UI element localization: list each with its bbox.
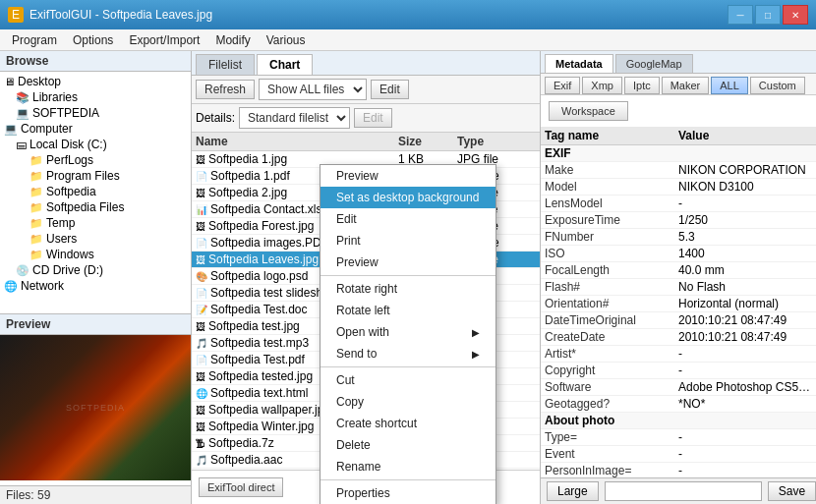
titlebar-left: E ExifToolGUI - Softpedia Leaves.jpg bbox=[8, 7, 212, 23]
ctx-set-desktop[interactable]: Set as desktop background bbox=[321, 187, 495, 208]
preview-img: SOFTPEDIA bbox=[0, 335, 191, 480]
subtab-iptc[interactable]: Iptc bbox=[624, 77, 660, 94]
subtab-all[interactable]: ALL bbox=[711, 77, 748, 94]
ctx-copy[interactable]: Copy bbox=[321, 391, 495, 413]
close-button[interactable]: ✕ bbox=[783, 5, 808, 25]
tree-item-computer[interactable]: 💻 Computer bbox=[2, 121, 189, 137]
tree-item-perflogs[interactable]: 📁 PerfLogs bbox=[2, 152, 189, 168]
arrow-icon: ▶ bbox=[472, 327, 480, 338]
pdf-icon: 📄 bbox=[196, 238, 207, 249]
menu-export-import[interactable]: Export/Import bbox=[121, 31, 207, 49]
right-bottom-bar: Large Save bbox=[541, 477, 816, 504]
tree-item-users[interactable]: 📁 Users bbox=[2, 231, 189, 247]
meta-col-key: Tag name bbox=[545, 129, 678, 142]
tree-item-network[interactable]: 🌐 Network bbox=[2, 278, 189, 294]
ctx-rotate-left[interactable]: Rotate left bbox=[321, 300, 495, 321]
refresh-button[interactable]: Refresh bbox=[196, 80, 255, 99]
menu-modify[interactable]: Modify bbox=[207, 31, 258, 49]
ctx-preview2[interactable]: Preview bbox=[321, 252, 495, 273]
edit-button-1[interactable]: Edit bbox=[371, 80, 409, 99]
subtab-maker[interactable]: Maker bbox=[662, 77, 710, 94]
meta-col-val: Value bbox=[678, 129, 812, 142]
filelist-header: Name Size Type bbox=[192, 133, 540, 151]
bottom-input[interactable] bbox=[605, 481, 762, 501]
zip-icon: 🗜 bbox=[196, 438, 205, 449]
psd-icon: 🎨 bbox=[196, 271, 207, 282]
tree-item-softpedia-files[interactable]: 📁 Softpedia Files bbox=[2, 199, 189, 215]
ctx-delete[interactable]: Delete bbox=[321, 434, 495, 456]
minimize-button[interactable]: ─ bbox=[728, 5, 753, 25]
meta-row-focallength: FocalLength 40.0 mm bbox=[541, 262, 816, 279]
tab-chart[interactable]: Chart bbox=[257, 54, 313, 75]
computer-icon: 💻 bbox=[4, 123, 18, 136]
workspace-button[interactable]: Workspace bbox=[549, 101, 628, 121]
tree-item-desktop[interactable]: 🖥 Desktop bbox=[2, 74, 189, 89]
meta-row-copyright: Copyright - bbox=[541, 363, 816, 379]
show-select[interactable]: Show ALL files bbox=[259, 79, 367, 100]
file-icon: 📄 bbox=[196, 288, 207, 299]
ctx-open-with[interactable]: Open with ▶ bbox=[321, 321, 495, 343]
ctx-properties[interactable]: Properties bbox=[321, 482, 495, 504]
edit-button-2[interactable]: Edit bbox=[354, 108, 392, 128]
tree-item-softpedia-folder[interactable]: 📁 Softpedia bbox=[2, 184, 189, 199]
html-icon: 🌐 bbox=[196, 388, 207, 399]
ctx-create-shortcut[interactable]: Create shortcut bbox=[321, 413, 495, 434]
meta-row-model: Model NIKON D3100 bbox=[541, 179, 816, 196]
folder-icon: 📁 bbox=[29, 154, 43, 167]
ctx-rename[interactable]: Rename bbox=[321, 456, 495, 477]
menu-program[interactable]: Program bbox=[4, 31, 65, 49]
folder-icon: 📁 bbox=[29, 201, 43, 214]
maximize-button[interactable]: □ bbox=[755, 5, 781, 25]
mp3-icon: 🎵 bbox=[196, 338, 207, 349]
save-button[interactable]: Save bbox=[768, 481, 816, 501]
subtab-exif[interactable]: Exif bbox=[545, 77, 580, 94]
center-tab-bar: Filelist Chart bbox=[192, 51, 540, 76]
jpg-icon: 🖼 bbox=[196, 421, 205, 432]
ctx-send-to[interactable]: Send to ▶ bbox=[321, 343, 495, 364]
tab-metadata[interactable]: Metadata bbox=[545, 54, 613, 73]
folder-icon: 📁 bbox=[29, 233, 43, 246]
meta-row-orientation: Orientation# Horizontal (normal) bbox=[541, 296, 816, 312]
meta-row-flash: Flash# No Flash bbox=[541, 279, 816, 296]
ctx-rotate-right[interactable]: Rotate right bbox=[321, 278, 495, 300]
meta-row-personinimage: PersonInImage= - bbox=[541, 463, 816, 477]
subtab-custom[interactable]: Custom bbox=[750, 77, 805, 94]
ctx-edit[interactable]: Edit bbox=[321, 208, 495, 230]
jpg-icon: 🖼 bbox=[196, 188, 205, 198]
tree-item-local-disk[interactable]: 🖴 Local Disk (C:) bbox=[2, 137, 189, 152]
tree-item-cddrive[interactable]: 💿 CD Drive (D:) bbox=[2, 262, 189, 278]
ctx-print[interactable]: Print bbox=[321, 230, 495, 252]
jpg-icon: 🖼 bbox=[196, 254, 205, 265]
tree-item-libraries[interactable]: 📚 Libraries bbox=[2, 89, 189, 105]
exiftool-direct-button[interactable]: ExifTool direct bbox=[199, 477, 283, 497]
menu-options[interactable]: Options bbox=[65, 31, 121, 49]
meta-row-datetimeoriginal: DateTimeOriginal 2010:10:21 08:47:49 bbox=[541, 312, 816, 329]
titlebar: E ExifToolGUI - Softpedia Leaves.jpg ─ □… bbox=[0, 0, 816, 29]
tree-item-programfiles[interactable]: 📁 Program Files bbox=[2, 168, 189, 184]
right-panel: Metadata GoogleMap Exif Xmp Iptc Maker A… bbox=[541, 51, 816, 504]
window-controls: ─ □ ✕ bbox=[728, 5, 808, 25]
col-name: Name bbox=[196, 135, 398, 148]
meta-row-event: Event - bbox=[541, 446, 816, 463]
ctx-preview[interactable]: Preview bbox=[321, 165, 495, 187]
context-menu: Preview Set as desktop background Edit P… bbox=[320, 164, 496, 504]
tab-filelist[interactable]: Filelist bbox=[196, 54, 255, 75]
ctx-cut[interactable]: Cut bbox=[321, 369, 495, 391]
desktop-icon: 🖥 bbox=[4, 76, 15, 87]
details-select[interactable]: Standard filelist bbox=[239, 107, 350, 129]
subtab-xmp[interactable]: Xmp bbox=[582, 77, 622, 94]
left-panel: Browse 🖥 Desktop 📚 Libraries 💻 SOFTPEDIA… bbox=[0, 51, 192, 504]
folder-icon: 📁 bbox=[29, 170, 43, 183]
tab-googlemap[interactable]: GoogleMap bbox=[615, 54, 693, 73]
network-icon: 🌐 bbox=[4, 280, 18, 293]
tree-item-softpedia[interactable]: 💻 SOFTPEDIA bbox=[2, 105, 189, 121]
meta-row-make: Make NIKON CORPORATION bbox=[541, 162, 816, 179]
large-button[interactable]: Large bbox=[547, 481, 599, 501]
file-tree[interactable]: 🖥 Desktop 📚 Libraries 💻 SOFTPEDIA 💻 Comp… bbox=[0, 72, 191, 313]
menu-various[interactable]: Various bbox=[259, 31, 314, 49]
tree-item-temp[interactable]: 📁 Temp bbox=[2, 215, 189, 231]
meta-row-artist: Artist* - bbox=[541, 346, 816, 363]
meta-row-createdate: CreateDate 2010:10:21 08:47:49 bbox=[541, 329, 816, 346]
meta-section-exif: EXIF bbox=[541, 145, 816, 162]
tree-item-windows[interactable]: 📁 Windows bbox=[2, 247, 189, 262]
